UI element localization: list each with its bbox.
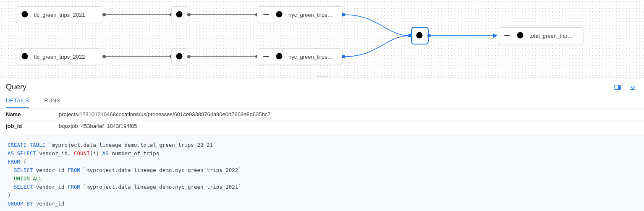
detail-row-jobid: job_id bquxjob_453ba4af_1843f194f85 — [0, 120, 644, 132]
table-icon — [516, 31, 525, 40]
detail-key: job_id — [0, 120, 59, 132]
port-out — [342, 13, 345, 16]
panel-title: Query — [6, 83, 26, 91]
side-panel-icon[interactable] — [614, 83, 621, 91]
panel-resize-handle[interactable] — [317, 76, 327, 78]
port-in — [408, 34, 411, 37]
node-label: tlc_green_trips_2021 — [34, 12, 85, 18]
node-nyc-green-trips-2[interactable]: nyc_green_trips… — [257, 48, 343, 65]
port-out — [187, 13, 191, 16]
port-out — [342, 55, 345, 58]
tab-runs[interactable]: RUNS — [44, 93, 60, 108]
detail-value: bquxjob_453ba4af_1843f194f85 — [59, 120, 137, 132]
node-label: nyc_green_trips… — [288, 54, 333, 60]
svg-rect-11 — [618, 85, 620, 89]
node-nyc-green-trips-1[interactable]: nyc_green_trips… — [257, 6, 343, 23]
node-total-green-trips[interactable]: total_green_trip… — [498, 27, 584, 44]
process-icon — [415, 31, 424, 40]
process-icon — [175, 52, 184, 61]
collapse-icon — [503, 31, 512, 40]
node-label: tlc_green_trips_2022 — [34, 54, 85, 60]
sql-preview: CREATE TABLE `myproject.data_lineage_dem… — [0, 135, 644, 211]
table-icon — [21, 10, 30, 19]
port-out — [187, 55, 191, 58]
table-icon — [21, 52, 30, 61]
node-tlc-green-trips-2022[interactable]: tlc_green_trips_2022 — [16, 48, 103, 65]
table-icon — [275, 52, 284, 61]
process-node[interactable] — [171, 48, 188, 65]
panel-actions — [614, 83, 636, 91]
process-node-selected[interactable] — [411, 27, 428, 44]
port-out — [102, 13, 106, 16]
port-out — [102, 55, 106, 58]
collapse-icon — [262, 10, 271, 19]
process-icon — [175, 10, 184, 19]
collapse-panel-icon[interactable] — [629, 83, 636, 91]
node-tlc-green-trips-2021[interactable]: tlc_green_trips_2021 — [16, 6, 103, 23]
port-out — [427, 34, 431, 37]
process-node[interactable] — [171, 6, 188, 23]
node-label: nyc_green_trips… — [288, 12, 333, 18]
node-label: total_green_trip… — [529, 33, 573, 39]
detail-row-name: Name projects/123101210468/locations/us/… — [0, 109, 644, 120]
lineage-graph[interactable]: tlc_green_trips_2021 nyc_green_trips… tl… — [0, 0, 644, 78]
detail-key: Name — [0, 109, 59, 120]
tab-details[interactable]: DETAILS — [6, 93, 29, 108]
collapse-icon — [262, 52, 271, 61]
detail-value: projects/123101210468/locations/us/proce… — [59, 109, 271, 120]
table-icon — [275, 10, 284, 19]
query-tabs: DETAILS RUNS — [0, 93, 644, 109]
